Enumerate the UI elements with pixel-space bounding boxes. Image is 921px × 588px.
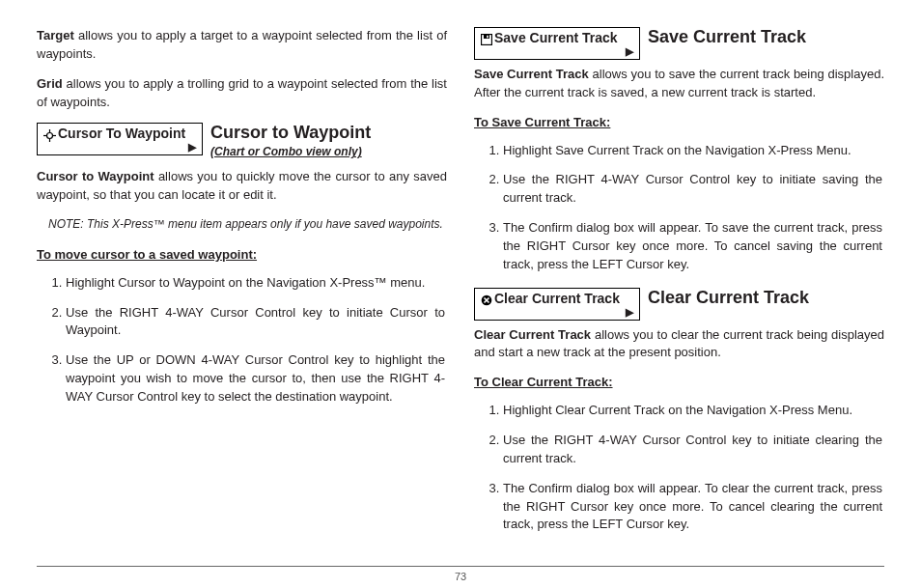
list-item: Highlight Cursor to Waypoint on the Navi… xyxy=(66,274,447,293)
save-disk-icon xyxy=(481,31,492,46)
clear-menu-header: Clear Current Track ▶ Clear Current Trac… xyxy=(474,288,884,322)
target-paragraph: Target allows you to apply a target to a… xyxy=(37,27,447,64)
save-steps-heading: To Save Current Track: xyxy=(474,114,884,132)
grid-term: Grid xyxy=(37,76,63,91)
manual-page: Target allows you to apply a target to a… xyxy=(0,0,921,588)
list-item: Use the RIGHT 4-WAY Cursor Control key t… xyxy=(66,304,447,341)
cursor-desc-term: Cursor to Waypoint xyxy=(37,169,154,183)
clear-menu-label: Clear Current Track xyxy=(494,291,620,306)
clear-track-section: Clear Current Track ▶ Clear Current Trac… xyxy=(474,288,884,535)
list-item: Use the RIGHT 4-WAY Cursor Control key t… xyxy=(503,171,884,208)
cursor-description: Cursor to Waypoint allows you to quickly… xyxy=(37,168,447,205)
note-text: This X-Press™ menu item appears only if … xyxy=(84,217,443,231)
save-menu-box: Save Current Track ▶ xyxy=(474,27,640,60)
cursor-to-waypoint-section: Cursor To Waypoint ▶ Cursor to Waypoint … xyxy=(37,123,447,406)
list-item: Highlight Clear Current Track on the Nav… xyxy=(503,402,884,420)
text-columns: Target allows you to apply a target to a… xyxy=(37,27,884,534)
save-steps-list: Highlight Save Current Track on the Navi… xyxy=(474,142,884,274)
target-term: Target xyxy=(37,28,74,42)
list-item: Use the UP or DOWN 4-WAY Cursor Control … xyxy=(66,351,447,406)
cursor-menu-label: Cursor To Waypoint xyxy=(58,126,185,141)
list-item: Use the RIGHT 4-WAY Cursor Control key t… xyxy=(503,432,884,468)
save-menu-header: Save Current Track ▶ Save Current Track xyxy=(474,27,884,62)
cursor-steps-heading: To move cursor to a saved waypoint: xyxy=(37,246,447,265)
cursor-steps-list: Highlight Cursor to Waypoint on the Navi… xyxy=(37,274,447,406)
grid-text: allows you to apply a trolling grid to a… xyxy=(37,76,447,109)
clear-description: Clear Current Track allows you to clear … xyxy=(474,326,884,363)
save-menu-label: Save Current Track xyxy=(494,30,618,45)
cursor-menu-box: Cursor To Waypoint ▶ xyxy=(37,123,203,155)
svg-rect-6 xyxy=(484,35,489,39)
cursor-note: NOTE: This X-Press™ menu item appears on… xyxy=(48,216,447,233)
clear-steps-heading: To Clear Current Track: xyxy=(474,374,884,392)
right-arrow-icon: ▶ xyxy=(626,307,633,318)
list-item: The Confirm dialog box will appear. To s… xyxy=(503,219,884,274)
grid-paragraph: Grid allows you to apply a trolling grid… xyxy=(37,75,447,112)
svg-rect-7 xyxy=(487,36,488,39)
right-arrow-icon: ▶ xyxy=(188,142,196,153)
save-track-section: Save Current Track ▶ Save Current Track … xyxy=(474,27,884,274)
list-item: The Confirm dialog box will appear. To c… xyxy=(503,480,884,535)
note-label: NOTE: xyxy=(48,217,84,231)
clear-x-icon xyxy=(481,292,492,307)
cursor-menu-header: Cursor To Waypoint ▶ Cursor to Waypoint … xyxy=(37,123,447,164)
clear-steps-list: Highlight Clear Current Track on the Nav… xyxy=(474,402,884,534)
svg-point-0 xyxy=(47,132,53,138)
cursor-reticle-icon xyxy=(43,127,56,143)
save-desc-term: Save Current Track xyxy=(474,67,589,81)
clear-menu-box: Clear Current Track ▶ xyxy=(474,288,640,321)
target-text: allows you to apply a target to a waypoi… xyxy=(37,28,447,61)
page-number: 73 xyxy=(0,571,921,582)
save-description: Save Current Track allows you to save th… xyxy=(474,66,884,102)
right-arrow-icon: ▶ xyxy=(626,46,633,57)
clear-desc-term: Clear Current Track xyxy=(474,327,591,342)
list-item: Highlight Save Current Track on the Navi… xyxy=(503,142,884,160)
footer-rule xyxy=(37,566,884,567)
